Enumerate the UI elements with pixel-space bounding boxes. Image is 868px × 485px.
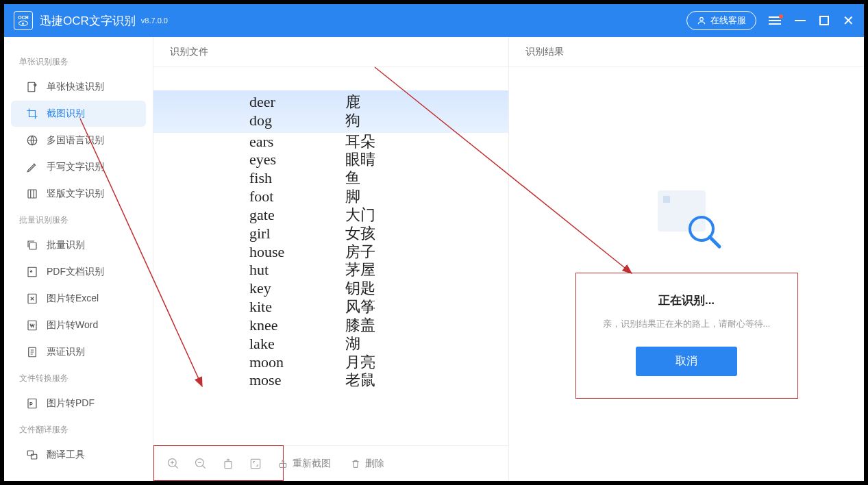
sidebar-item-label: 图片转PDF <box>47 397 95 410</box>
word-row: moon月亮 <box>153 353 508 372</box>
word-row: lake湖 <box>153 335 508 353</box>
word-cn: 脚 <box>345 188 360 206</box>
support-label: 在线客服 <box>710 14 746 27</box>
file-panel-title: 识别文件 <box>153 37 508 67</box>
word-en: key <box>249 279 345 298</box>
word-cn: 耳朵 <box>345 133 375 151</box>
sidebar-item-label: 翻译工具 <box>47 449 85 461</box>
sidebar-item-screenshot[interactable]: 截图识别 <box>11 101 146 127</box>
translate-icon <box>26 449 38 461</box>
main-area: 单张识别服务 单张快速识别 截图识别 多国语言识别 手写文字识别 竖版文字识别 <box>4 37 864 481</box>
fit-button[interactable] <box>248 456 263 471</box>
result-panel-title: 识别结果 <box>509 37 864 67</box>
word-cn: 茅屋 <box>345 261 375 279</box>
word-cn: 女孩 <box>345 225 375 243</box>
recapture-label: 重新截图 <box>293 458 331 470</box>
word-en: knee <box>249 316 345 335</box>
sidebar-item-multilang[interactable]: 多国语言识别 <box>11 127 146 153</box>
recapture-button[interactable]: 重新截图 <box>277 458 331 470</box>
sidebar-item-label: PDF文档识别 <box>47 266 104 278</box>
svg-rect-4 <box>29 242 36 249</box>
word-en: house <box>249 243 345 262</box>
document-export-icon <box>26 81 38 93</box>
sidebar-item-label: 图片转Excel <box>47 293 99 305</box>
word-row: mose老鼠 <box>153 371 508 390</box>
sidebar-item-label: 图片转Word <box>47 319 98 332</box>
word-en: mose <box>249 371 345 390</box>
app-window: OCR 迅捷OCR文字识别 v8.7.0.0 在线客服 ✕ 单张识别服务 单张快… <box>3 3 865 482</box>
sidebar-item-excel[interactable]: 图片转Excel <box>11 286 146 312</box>
word-cn: 风筝 <box>345 298 375 316</box>
rotate-button[interactable] <box>221 456 236 471</box>
sidebar-item-ticket[interactable]: 票证识别 <box>11 339 146 365</box>
word-row: hut茅屋 <box>153 261 508 279</box>
sidebar-item-batch[interactable]: 批量识别 <box>11 232 146 258</box>
globe-icon <box>26 134 38 147</box>
delete-label: 删除 <box>365 458 384 470</box>
word-en: eyes <box>249 151 345 169</box>
close-button[interactable]: ✕ <box>843 14 854 27</box>
word-row: foot脚 <box>153 188 508 206</box>
pdf-icon <box>26 266 38 278</box>
excel-icon <box>26 293 38 305</box>
sidebar-item-word[interactable]: 图片转Word <box>11 312 146 338</box>
result-area: 正在识别... 亲，识别结果正在来的路上，请耐心等待... 取消 <box>509 67 864 481</box>
sidebar-item-label: 截图识别 <box>47 108 85 120</box>
word-row: ears耳朵 <box>153 133 508 151</box>
image-toolbar: 重新截图 删除 <box>153 445 508 481</box>
word-cn: 鹿 <box>345 93 360 112</box>
word-cn: 狗 <box>345 112 360 130</box>
sidebar-item-single-quick[interactable]: 单张快速识别 <box>11 74 146 100</box>
result-panel: 识别结果 正在识别... 亲，识别结果正在来的路上，请耐心等待... 取消 <box>509 37 864 481</box>
sidebar-group-header: 文件转换服务 <box>4 366 153 390</box>
file-panel: 识别文件 deer鹿dog狗ears耳朵eyes眼睛fish鱼foot脚gate… <box>153 37 509 481</box>
image-pdf-icon <box>26 397 38 410</box>
sidebar-item-handwriting[interactable]: 手写文字识别 <box>11 154 146 180</box>
sidebar-item-label: 手写文字识别 <box>47 161 104 173</box>
word-cn: 老鼠 <box>345 371 375 390</box>
sidebar-item-pdf[interactable]: PDF文档识别 <box>11 259 146 285</box>
highlighted-region: deer鹿dog狗 <box>153 90 508 133</box>
word-cn: 房子 <box>345 243 375 262</box>
word-row: house房子 <box>153 243 508 262</box>
sidebar-item-label: 竖版文字识别 <box>47 188 104 200</box>
word-row: kite风筝 <box>153 298 508 316</box>
word-en: ears <box>249 133 345 151</box>
word-en: fish <box>249 169 345 188</box>
recognizing-title: 正在识别... <box>599 293 774 308</box>
word-row: key钥匙 <box>153 279 508 298</box>
sidebar-item-img2pdf[interactable]: 图片转PDF <box>11 390 146 416</box>
sidebar-item-label: 多国语言识别 <box>47 134 104 147</box>
minimize-button[interactable] <box>795 20 806 21</box>
svg-rect-16 <box>280 463 286 467</box>
svg-rect-15 <box>251 459 260 468</box>
word-cn: 膝盖 <box>345 316 375 335</box>
online-support-button[interactable]: 在线客服 <box>686 11 756 30</box>
menu-icon[interactable] <box>769 16 781 25</box>
cancel-button[interactable]: 取消 <box>636 347 737 376</box>
word-en: kite <box>249 298 345 316</box>
title-bar: OCR 迅捷OCR文字识别 v8.7.0.0 在线客服 ✕ <box>4 4 864 37</box>
word-cn: 鱼 <box>345 169 360 188</box>
word-icon <box>26 319 38 332</box>
sidebar-group-header: 单张识别服务 <box>4 49 153 73</box>
sidebar-item-label: 单张快速识别 <box>47 81 104 93</box>
sidebar-item-label: 批量识别 <box>47 239 85 251</box>
word-en: moon <box>249 353 345 372</box>
svg-rect-1 <box>28 82 35 92</box>
delete-button[interactable]: 删除 <box>350 458 384 470</box>
sidebar-item-vertical[interactable]: 竖版文字识别 <box>11 181 146 207</box>
image-preview: deer鹿dog狗ears耳朵eyes眼睛fish鱼foot脚gate大门gir… <box>153 67 508 445</box>
word-en: deer <box>249 93 345 112</box>
maximize-button[interactable] <box>819 16 829 25</box>
svg-rect-14 <box>225 461 232 468</box>
word-row: eyes眼睛 <box>153 151 508 169</box>
word-cn: 眼睛 <box>345 151 375 169</box>
word-cn: 大门 <box>345 206 375 225</box>
word-row: gate大门 <box>153 206 508 225</box>
zoom-out-button[interactable] <box>193 456 208 471</box>
recognizing-message: 亲，识别结果正在来的路上，请耐心等待... <box>599 318 774 330</box>
sidebar-item-translate[interactable]: 翻译工具 <box>11 442 146 468</box>
zoom-in-button[interactable] <box>166 456 181 471</box>
word-en: lake <box>249 335 345 353</box>
